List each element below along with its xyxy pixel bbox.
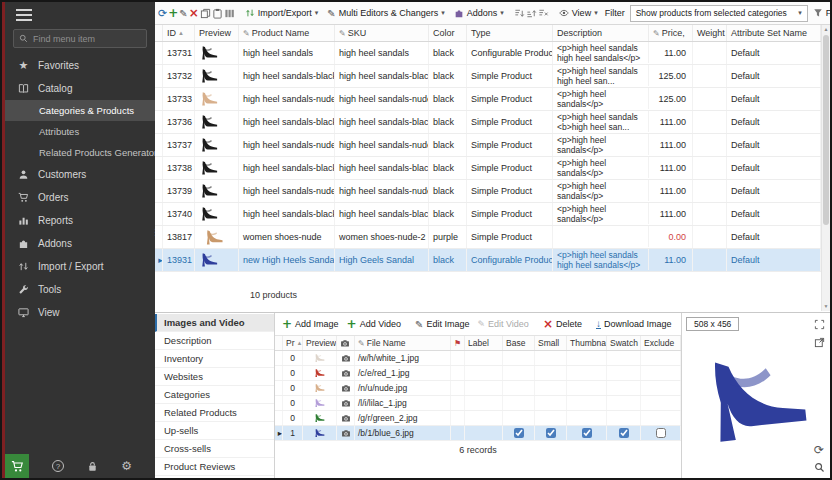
column-header-color[interactable]: Color xyxy=(429,25,467,41)
table-row[interactable]: 13739 high heel sandals-nude-37 high hee… xyxy=(155,180,821,203)
column-header-weight[interactable]: Weight xyxy=(693,25,727,41)
column-header-base[interactable]: Base xyxy=(503,336,535,350)
edit-image-button[interactable]: ✎Edit Image xyxy=(412,315,472,333)
vertical-scrollbar[interactable]: ▲ ▼ xyxy=(821,25,830,311)
fullscreen-button[interactable] xyxy=(812,317,826,331)
column-header-file-name[interactable]: ✎File Name xyxy=(355,336,451,350)
edit-product-button[interactable]: ✎ xyxy=(179,4,187,22)
clear-sort-button[interactable] xyxy=(538,4,549,22)
search-input[interactable] xyxy=(33,34,141,44)
swatch-checkbox[interactable] xyxy=(619,428,629,438)
image-row[interactable]: 0 /c/e/red_1.jpg xyxy=(275,366,681,381)
column-header-position[interactable]: Pr▲ xyxy=(283,336,303,350)
column-header-exclude[interactable]: Exclude xyxy=(641,336,681,350)
scroll-up-icon[interactable]: ▲ xyxy=(822,25,830,34)
help-icon[interactable]: ? xyxy=(52,460,64,472)
lock-icon[interactable] xyxy=(87,461,98,472)
sidebar-item-tools[interactable]: Tools xyxy=(5,278,155,301)
column-header-product-name[interactable]: ✎Product Name xyxy=(239,25,335,41)
sidebar-item-favorites[interactable]: ★ Favorites xyxy=(5,54,155,77)
columns-button[interactable] xyxy=(224,4,235,22)
store-manager-logo[interactable] xyxy=(5,454,29,478)
sort-descending-button[interactable] xyxy=(514,4,525,22)
tab-websites[interactable]: Websites xyxy=(155,368,274,386)
image-row[interactable]: 0 /w/h/white_1.jpg xyxy=(275,351,681,366)
settings-gear-icon[interactable]: ⚙ xyxy=(121,460,132,472)
base-checkbox[interactable] xyxy=(514,428,524,438)
sidebar-item-reports[interactable]: Reports xyxy=(5,209,155,232)
sort-ascending-button[interactable] xyxy=(526,4,537,22)
column-header-camera[interactable] xyxy=(337,336,355,350)
tab-description[interactable]: Description xyxy=(155,332,274,350)
sidebar-item-attributes[interactable]: Attributes xyxy=(5,121,155,142)
column-header-thumbnail[interactable]: Thumbna xyxy=(567,336,607,350)
sidebar-item-catalog[interactable]: Catalog xyxy=(5,77,155,100)
table-row[interactable]: 13737 high heel sandals-nude-36 high hee… xyxy=(155,134,821,157)
addons-menu-button[interactable]: Addons ▾ xyxy=(450,4,508,22)
table-row[interactable]: 13731 high heel sandals high heel sandal… xyxy=(155,42,821,65)
sidebar-item-related-products-generator[interactable]: Related Products Generator xyxy=(5,142,155,163)
table-row[interactable]: 13738 high heel sandals-black-37 high he… xyxy=(155,157,821,180)
column-header-flag[interactable]: ⚑ xyxy=(451,336,465,350)
column-header-price[interactable]: ✎Price, xyxy=(649,25,693,41)
column-header-description[interactable]: Description xyxy=(553,25,649,41)
paste-button[interactable] xyxy=(212,4,223,22)
tab-up-sells[interactable]: Up-sells xyxy=(155,422,274,440)
table-row-selected[interactable]: ▸ 13931 new High Heels Sandals High Geel… xyxy=(155,249,821,272)
tab-images-and-video[interactable]: Images and Video xyxy=(155,314,274,332)
sidebar-item-orders[interactable]: Orders xyxy=(5,186,155,209)
image-row[interactable]: 0 /n/u/nude.jpg xyxy=(275,381,681,396)
tab-categories[interactable]: Categories xyxy=(155,386,274,404)
column-header-preview[interactable]: Preview xyxy=(303,336,337,350)
small-checkbox[interactable] xyxy=(546,428,556,438)
edit-video-button[interactable]: ✎Edit Video xyxy=(474,315,531,333)
filters-menu-button[interactable]: Filters ▾ xyxy=(809,4,832,22)
zoom-image-button[interactable] xyxy=(812,460,826,474)
add-product-button[interactable]: + xyxy=(168,4,178,22)
refresh-button[interactable]: ⟳ xyxy=(158,4,167,22)
image-row-selected[interactable]: ▸ 1 /b/1/blue_6.jpg xyxy=(275,426,681,441)
exclude-checkbox[interactable] xyxy=(656,428,666,438)
hamburger-menu-icon[interactable] xyxy=(16,9,32,21)
table-row[interactable]: 13817 women shoes-nude women shoes-nude-… xyxy=(155,226,821,249)
rotate-image-button[interactable]: ⟳ xyxy=(812,443,826,457)
sidebar-search[interactable] xyxy=(13,29,147,48)
scroll-down-icon[interactable]: ▼ xyxy=(822,302,830,311)
column-header-sku[interactable]: ✎SKU xyxy=(335,25,429,41)
image-row[interactable]: 0 /l/i/lilac_1.jpg xyxy=(275,396,681,411)
sidebar-item-addons[interactable]: Addons xyxy=(5,232,155,255)
column-header-id[interactable]: ID▲ xyxy=(163,25,195,41)
open-in-new-window-button[interactable] xyxy=(812,335,826,349)
column-header-attribute-set[interactable]: Attribute Set Name xyxy=(727,25,821,41)
filter-select[interactable]: Show products from selected categories ▾ xyxy=(630,5,808,22)
import-export-menu-button[interactable]: Import/Export ▾ xyxy=(241,4,323,22)
column-header-small[interactable]: Small xyxy=(535,336,567,350)
scrollbar-thumb[interactable] xyxy=(823,35,829,225)
copy-button[interactable] xyxy=(200,4,211,22)
table-row[interactable]: 13740 high heel sandals-black-38 high he… xyxy=(155,203,821,226)
delete-image-button[interactable]: ×Delete xyxy=(540,315,585,333)
table-row[interactable]: 13732 high heel sandals-black high heel … xyxy=(155,65,821,88)
view-menu-button[interactable]: View ▾ xyxy=(555,4,602,22)
column-header-preview[interactable]: Preview xyxy=(195,25,239,41)
tab-product-reviews[interactable]: Product Reviews xyxy=(155,458,274,476)
tab-cross-sells[interactable]: Cross-sells xyxy=(155,440,274,458)
sidebar-item-categories-products[interactable]: Categories & Products xyxy=(5,100,155,121)
tab-related-products[interactable]: Related Products xyxy=(155,404,274,422)
multi-editors-menu-button[interactable]: ✎ Multi Editors & Changers ▾ xyxy=(323,4,448,22)
table-row[interactable]: 13736 high heel sandals-black-36 high he… xyxy=(155,111,821,134)
sidebar-item-customers[interactable]: Customers xyxy=(5,163,155,186)
add-video-button[interactable]: +Add Video xyxy=(344,315,404,333)
sidebar-item-import-export[interactable]: Import / Export xyxy=(5,255,155,278)
image-row[interactable]: 0 /g/r/green_2.jpg xyxy=(275,411,681,426)
column-header-type[interactable]: Type xyxy=(467,25,553,41)
delete-product-button[interactable]: × xyxy=(189,4,199,22)
column-header-label[interactable]: Label xyxy=(465,336,503,350)
download-image-button[interactable]: ↓Download Image xyxy=(593,315,675,333)
add-image-button[interactable]: +Add Image xyxy=(279,315,342,333)
thumbnail-checkbox[interactable] xyxy=(582,428,592,438)
tab-inventory[interactable]: Inventory xyxy=(155,350,274,368)
column-header-swatch[interactable]: Swatch xyxy=(607,336,641,350)
table-row[interactable]: 13733 high heel sandals-nude high heel s… xyxy=(155,88,821,111)
sidebar-item-view[interactable]: View xyxy=(5,301,155,324)
